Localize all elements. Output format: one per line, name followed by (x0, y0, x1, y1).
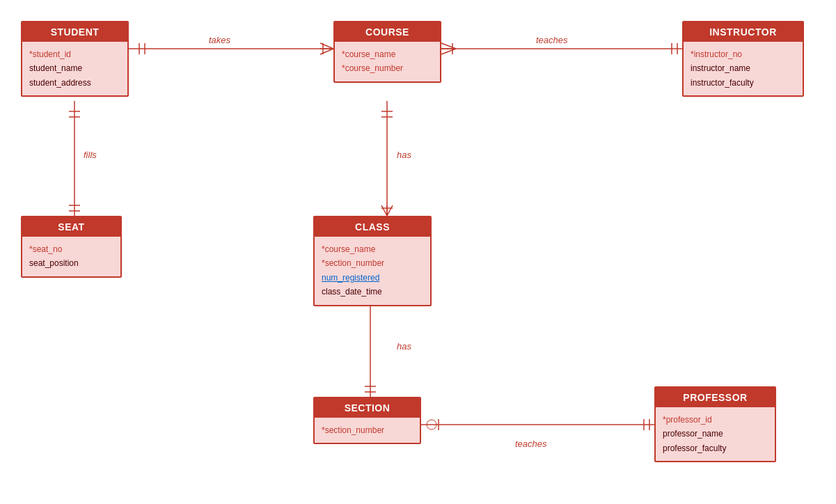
section-body: *section_number (315, 418, 420, 443)
professor-field-1: *professor_id (663, 413, 768, 427)
professor-field-3: professor_faculty (663, 441, 768, 455)
student-field-1: *student_id (29, 47, 120, 61)
professor-header: PROFESSOR (656, 388, 775, 407)
teaches-professor-label: teaches (515, 439, 547, 449)
course-field-1: *course_name (342, 47, 433, 61)
instructor-field-3: instructor_faculty (691, 76, 796, 90)
student-field-3: student_address (29, 76, 120, 90)
seat-field-2: seat_position (29, 256, 113, 270)
course-header: COURSE (335, 22, 440, 42)
section-entity: SECTION *section_number (313, 397, 421, 444)
professor-entity: PROFESSOR *professor_id professor_name p… (654, 386, 776, 462)
section-header: SECTION (315, 398, 420, 418)
has-section-label: has (397, 341, 411, 352)
course-field-2: *course_number (342, 61, 433, 75)
class-field-4: class_date_time (322, 285, 423, 299)
seat-body: *seat_no seat_position (22, 237, 120, 276)
course-body: *course_name *course_number (335, 42, 440, 81)
svg-line-3 (320, 43, 333, 49)
svg-line-4 (320, 49, 333, 54)
instructor-header: INSTRUCTOR (684, 22, 803, 42)
svg-line-9 (441, 49, 456, 54)
class-body: *course_name *section_number num_registe… (315, 237, 430, 305)
class-field-3: num_registered (322, 271, 423, 285)
seat-entity: SEAT *seat_no seat_position (21, 216, 122, 278)
seat-header: SEAT (22, 217, 120, 237)
has-class-label: has (397, 150, 411, 160)
svg-line-23 (387, 205, 393, 216)
student-header: STUDENT (22, 22, 127, 42)
fills-label: fills (84, 150, 97, 160)
student-body: *student_id student_name student_address (22, 42, 127, 95)
class-header: CLASS (315, 217, 430, 237)
class-field-2: *section_number (322, 256, 423, 270)
course-entity: COURSE *course_name *course_number (333, 21, 441, 83)
student-entity: STUDENT *student_id student_name student… (21, 21, 129, 97)
takes-label: takes (209, 35, 230, 45)
class-entity: CLASS *course_name *section_number num_r… (313, 216, 432, 306)
instructor-body: *instructor_no instructor_name instructo… (684, 42, 803, 95)
professor-body: *professor_id professor_name professor_f… (656, 407, 775, 461)
student-field-2: student_name (29, 61, 120, 75)
professor-field-2: professor_name (663, 427, 768, 441)
svg-line-22 (381, 205, 387, 216)
svg-point-34 (427, 420, 436, 430)
svg-line-8 (441, 43, 456, 49)
instructor-field-2: instructor_name (691, 61, 796, 75)
class-field-1: *course_name (322, 242, 423, 256)
instructor-field-1: *instructor_no (691, 47, 796, 61)
section-field-1: *section_number (322, 423, 413, 437)
instructor-entity: INSTRUCTOR *instructor_no instructor_nam… (682, 21, 804, 97)
seat-field-1: *seat_no (29, 242, 113, 256)
teaches-instructor-label: teaches (536, 35, 568, 45)
